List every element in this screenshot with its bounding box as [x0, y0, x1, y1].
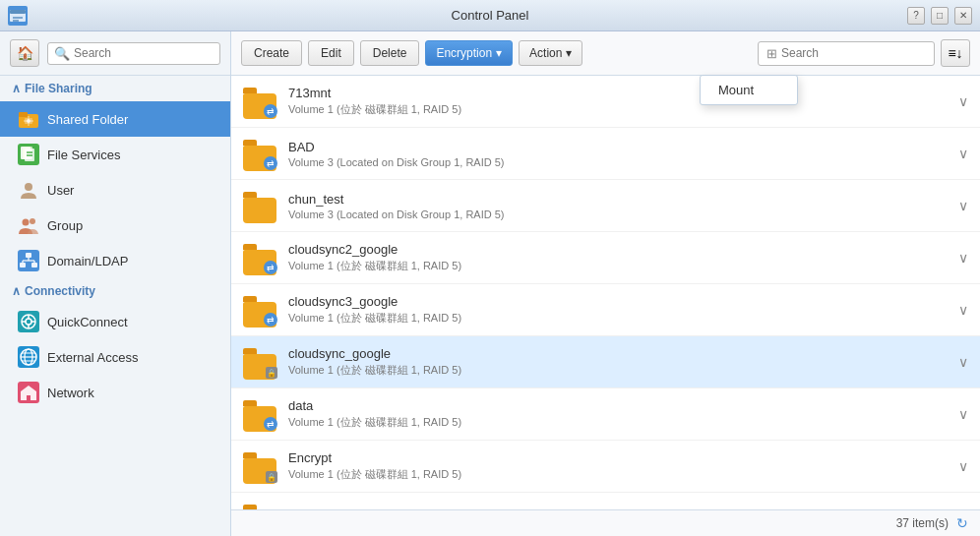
- file-name: BAD: [288, 140, 949, 154]
- folder-icon-wrap: ⇄: [243, 84, 278, 119]
- window-controls: ? □ ✕: [907, 7, 972, 25]
- chevron-right-icon[interactable]: ∨: [958, 250, 968, 266]
- share-badge: ⇄: [264, 156, 277, 170]
- sidebar-item-file-services[interactable]: File Services: [0, 137, 230, 172]
- file-name: cloudsync_google: [288, 346, 949, 361]
- sidebar-item-user[interactable]: User: [0, 172, 230, 208]
- sidebar-item-label: User: [47, 183, 74, 198]
- svg-point-26: [26, 319, 31, 325]
- file-subtitle: Volume 1 (位於 磁碟群組 1, RAID 5): [288, 259, 949, 273]
- folder-icon-wrap: [243, 501, 278, 509]
- svg-rect-5: [19, 112, 28, 117]
- close-button[interactable]: ✕: [954, 7, 972, 25]
- table-row[interactable]: 🔒 Encrypt Volume 1 (位於 磁碟群組 1, RAID 5) ∨: [231, 441, 980, 493]
- folder-icon-wrap: ⇄: [243, 396, 278, 432]
- file-name: cloudsync2_google: [288, 242, 949, 257]
- sidebar-item-group[interactable]: Group: [0, 208, 230, 243]
- share-badge: ⇄: [264, 313, 277, 327]
- svg-point-17: [30, 218, 35, 224]
- sidebar-item-label: Shared Folder: [47, 112, 128, 127]
- item-count: 37 item(s): [896, 516, 949, 530]
- table-row[interactable]: chun_test Volume 3 (Located on Disk Grou…: [231, 180, 980, 232]
- lock-badge: 🔒: [266, 471, 277, 483]
- chevron-right-icon[interactable]: ∨: [958, 198, 968, 213]
- refresh-button[interactable]: ↻: [956, 515, 968, 531]
- external-access-icon: [18, 346, 39, 368]
- toolbar-search-input[interactable]: [781, 46, 926, 60]
- maximize-button[interactable]: □: [931, 7, 949, 25]
- file-subtitle: Volume 1 (位於 磁碟群組 1, RAID 5): [288, 311, 949, 326]
- chevron-right-icon[interactable]: ∨: [958, 146, 968, 161]
- footer: 37 item(s) ↻: [231, 509, 980, 536]
- file-subtitle: Volume 1 (位於 磁碟群組 1, RAID 5): [288, 363, 949, 378]
- svg-rect-18: [26, 253, 31, 258]
- file-subtitle: Volume 3 (Located on Disk Group 1, RAID …: [288, 208, 949, 220]
- file-info: cloudsync2_google Volume 1 (位於 磁碟群組 1, R…: [288, 242, 949, 273]
- sidebar-item-label: Group: [47, 218, 83, 233]
- table-row[interactable]: ⇄ 713mnt Volume 1 (位於 磁碟群組 1, RAID 5) ∨: [231, 76, 980, 128]
- encryption-button[interactable]: Encryption ▾: [425, 40, 513, 66]
- file-info: cloudsync_google Volume 1 (位於 磁碟群組 1, RA…: [288, 346, 949, 378]
- table-row[interactable]: export_destination ∨: [231, 493, 980, 509]
- sidebar-item-network[interactable]: Network: [0, 375, 230, 410]
- file-list: ⇄ 713mnt Volume 1 (位於 磁碟群組 1, RAID 5) ∨ …: [231, 76, 980, 509]
- table-row[interactable]: ⇄ cloudsync2_google Volume 1 (位於 磁碟群組 1,…: [231, 232, 980, 284]
- toolbar: Create Edit Delete Encryption ▾ Action ▾…: [231, 31, 980, 76]
- sidebar-item-shared-folder[interactable]: Shared Folder: [0, 101, 230, 137]
- table-row[interactable]: 🔒 cloudsync_google Volume 1 (位於 磁碟群組 1, …: [231, 336, 980, 388]
- sidebar-item-label: Domain/LDAP: [47, 254, 128, 268]
- svg-rect-1: [10, 10, 26, 14]
- file-info: BAD Volume 3 (Located on Disk Group 1, R…: [288, 140, 949, 168]
- create-button[interactable]: Create: [241, 40, 302, 66]
- sidebar-item-domain-ldap[interactable]: Domain/LDAP: [0, 243, 230, 278]
- section-header-file-sharing[interactable]: ∧ File Sharing: [0, 76, 230, 101]
- action-label: Action: [529, 46, 562, 60]
- chevron-right-icon[interactable]: ∨: [958, 302, 968, 318]
- sidebar-home: 🏠 🔍: [0, 31, 230, 76]
- file-info: cloudsync3_google Volume 1 (位於 磁碟群組 1, R…: [288, 294, 949, 326]
- minimize-button[interactable]: ?: [907, 7, 925, 25]
- folder-icon-wrap: ⇄: [243, 136, 278, 171]
- sidebar-item-external-access[interactable]: External Access: [0, 339, 230, 375]
- section-header-connectivity[interactable]: ∧ Connectivity: [0, 278, 230, 304]
- quickconnect-icon: [18, 311, 39, 332]
- file-info: Encrypt Volume 1 (位於 磁碟群組 1, RAID 5): [288, 450, 949, 482]
- share-badge: ⇄: [264, 261, 277, 274]
- chevron-right-icon[interactable]: ∨: [958, 458, 968, 474]
- sidebar: 🏠 🔍 ∧ File Sharing Share: [0, 31, 231, 536]
- app-icon: [8, 6, 28, 26]
- sidebar-search-input[interactable]: [74, 46, 214, 60]
- dropdown-item-mount[interactable]: Mount: [701, 76, 797, 104]
- encryption-dropdown-menu: Mount: [700, 75, 798, 105]
- chevron-right-icon[interactable]: ∨: [958, 354, 968, 370]
- folder-icon-wrap: 🔒: [243, 448, 278, 484]
- action-dropdown-arrow: ▾: [566, 46, 572, 60]
- action-button[interactable]: Action ▾: [519, 40, 582, 66]
- edit-button[interactable]: Edit: [308, 40, 354, 66]
- folder-icon: [243, 501, 278, 509]
- folder-icon-wrap: ⇄: [243, 292, 278, 328]
- chevron-right-icon[interactable]: ∨: [958, 406, 968, 422]
- sort-button[interactable]: ≡↓: [941, 39, 970, 67]
- folder-icon-wrap: 🔒: [243, 344, 278, 380]
- home-button[interactable]: 🏠: [10, 39, 39, 67]
- file-subtitle: Volume 3 (Located on Disk Group 1, RAID …: [288, 156, 949, 168]
- delete-button[interactable]: Delete: [360, 40, 420, 66]
- file-services-icon: [18, 144, 39, 165]
- folder-icon-wrap: ⇄: [243, 240, 278, 275]
- table-row[interactable]: ⇄ data Volume 1 (位於 磁碟群組 1, RAID 5) ∨: [231, 388, 980, 441]
- file-subtitle: Volume 1 (位於 磁碟群組 1, RAID 5): [288, 415, 949, 430]
- chevron-down-icon: ∧: [12, 82, 21, 95]
- table-row[interactable]: ⇄ BAD Volume 3 (Located on Disk Group 1,…: [231, 128, 980, 180]
- section-label-file-sharing: File Sharing: [25, 82, 92, 95]
- chevron-right-icon[interactable]: ∨: [958, 93, 968, 109]
- table-row[interactable]: ⇄ cloudsync3_google Volume 1 (位於 磁碟群組 1,…: [231, 284, 980, 336]
- chevron-down-icon-conn: ∧: [12, 284, 21, 298]
- share-badge: ⇄: [264, 417, 277, 431]
- share-badge: ⇄: [264, 104, 277, 118]
- sidebar-search-icon: 🔍: [54, 46, 70, 61]
- group-icon: [18, 214, 39, 236]
- sidebar-item-quickconnect[interactable]: QuickConnect: [0, 304, 230, 339]
- file-subtitle: Volume 1 (位於 磁碟群組 1, RAID 5): [288, 102, 949, 117]
- network-icon: [18, 382, 39, 403]
